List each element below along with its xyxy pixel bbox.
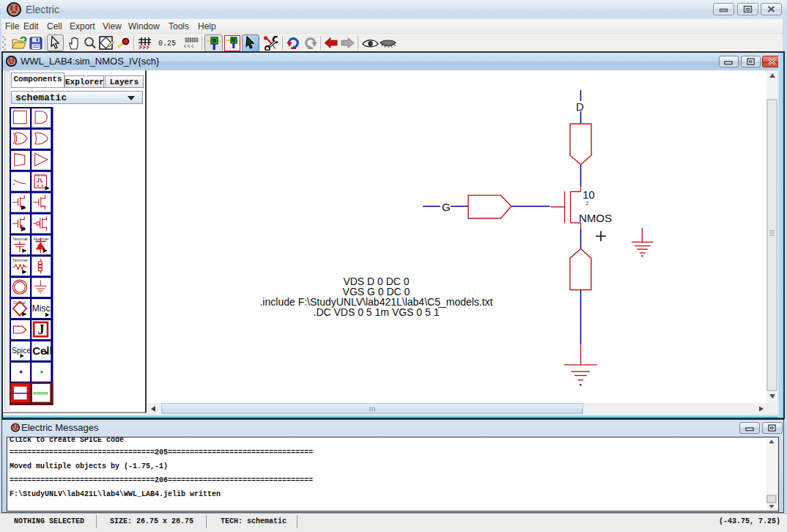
svg-text:Normal: Normal (12, 236, 27, 241)
svg-text:NMOS: NMOS (579, 212, 612, 224)
svg-text:RS MS: RS MS (34, 174, 45, 177)
svg-text:G: G (442, 201, 451, 213)
svg-text:10: 10 (583, 188, 595, 201)
svg-text:Misc.: Misc. (32, 303, 52, 314)
svg-text:D: D (576, 100, 584, 113)
svg-text:Spice: Spice (11, 346, 31, 355)
svg-text:.DC VDS 0 5 1m VGS 0 5 1: .DC VDS 0 5 1m VGS 0 5 1 (314, 306, 440, 318)
svg-text:Normal: Normal (12, 257, 27, 262)
svg-text:2: 2 (585, 200, 589, 207)
svg-text:Cell: Cell (32, 345, 52, 357)
svg-text:J: J (37, 322, 44, 337)
